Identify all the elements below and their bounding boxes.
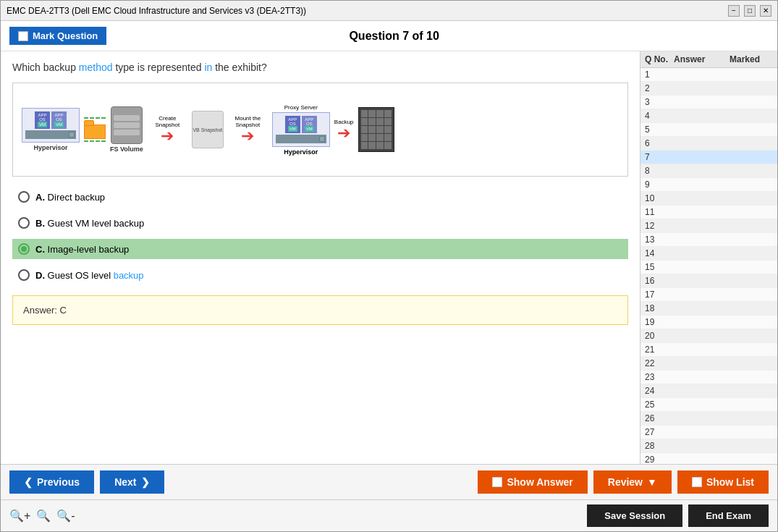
zoom-controls: 🔍+ 🔍 🔍-	[9, 509, 75, 523]
folder-icon-wrapper	[84, 120, 106, 139]
q-row-10[interactable]: 10	[640, 192, 777, 206]
previous-label: Previous	[37, 476, 80, 488]
hypervisor2-box: APP OS VM APP OS VM	[272, 112, 330, 147]
mark-question-button[interactable]: Mark Question	[9, 27, 106, 45]
cyl-top	[114, 115, 140, 121]
hypervisor1-base	[25, 130, 76, 139]
vm-chip-app2: APP OS VM	[51, 111, 67, 129]
option-a-radio[interactable]	[18, 191, 30, 203]
q-row-19[interactable]: 19	[640, 316, 777, 329]
option-a[interactable]: A. Direct backup	[12, 187, 628, 207]
q-row-7[interactable]: 7	[640, 151, 777, 164]
options-list: A. Direct backup B. Guest VM level backu…	[12, 187, 628, 285]
session-controls: Save Session End Exam	[587, 504, 769, 527]
folder-body	[84, 124, 106, 139]
close-button[interactable]: ✕	[760, 5, 771, 17]
vb-snapshot-cyl: VB Snapshot	[192, 111, 224, 148]
diagram: APP OS VM APP OS VM	[19, 101, 622, 159]
show-answer-button[interactable]: Show Answer	[478, 470, 587, 494]
q-row-20[interactable]: 20	[640, 329, 777, 343]
option-b-radio[interactable]	[18, 217, 30, 229]
arrow2-icon: ➔	[241, 128, 254, 144]
q-row-28[interactable]: 28	[640, 439, 777, 453]
q-row-29[interactable]: 29	[640, 453, 777, 464]
minimize-button[interactable]: −	[728, 5, 740, 17]
answer-text: Answer: C	[23, 305, 67, 316]
option-d[interactable]: D. Guest OS level backup	[12, 265, 628, 285]
q-row-13[interactable]: 13	[640, 233, 777, 247]
q-row-1[interactable]: 1	[640, 68, 777, 82]
mark-question-label: Mark Question	[33, 30, 98, 41]
zoom-in-button[interactable]: 🔍+	[9, 509, 30, 523]
q-row-26[interactable]: 26	[640, 412, 777, 426]
q-row-5[interactable]: 5	[640, 123, 777, 137]
next-label: Next	[114, 476, 136, 488]
previous-button[interactable]: ❮ Previous	[9, 470, 94, 494]
q-row-9[interactable]: 9	[640, 178, 777, 192]
q-row-23[interactable]: 23	[640, 371, 777, 384]
question-title: Question 7 of 10	[349, 30, 439, 43]
option-c-radio[interactable]	[18, 243, 30, 255]
folder-block	[84, 120, 106, 139]
q-row-22[interactable]: 22	[640, 357, 777, 371]
q-row-17[interactable]: 17	[640, 288, 777, 302]
q-row-21[interactable]: 21	[640, 343, 777, 357]
bottom-bar2: 🔍+ 🔍 🔍- Save Session End Exam	[1, 499, 777, 531]
tc14	[368, 134, 376, 141]
tc6	[368, 118, 376, 125]
q-row-24[interactable]: 24	[640, 384, 777, 398]
option-c[interactable]: C. Image-level backup	[12, 239, 628, 259]
hypervisor1-block: APP OS VM APP OS VM	[22, 108, 80, 151]
main-window: EMC DEA-2TT3 (Dell EMC Cloud Infrastruct…	[0, 0, 778, 532]
q-row-12[interactable]: 12	[640, 219, 777, 233]
show-list-icon: ✓	[692, 477, 702, 487]
option-d-radio[interactable]	[18, 269, 30, 281]
window-title: EMC DEA-2TT3 (Dell EMC Cloud Infrastruct…	[7, 6, 306, 16]
fs-volume-block: FS Volume	[110, 106, 143, 153]
q-row-16[interactable]: 16	[640, 274, 777, 288]
exhibit-area: APP OS VM APP OS VM	[12, 83, 628, 177]
title-bar: EMC DEA-2TT3 (Dell EMC Cloud Infrastruct…	[1, 1, 777, 21]
tc18	[368, 142, 376, 149]
end-exam-button[interactable]: End Exam	[688, 504, 769, 527]
q-row-11[interactable]: 11	[640, 206, 777, 219]
q-row-15[interactable]: 15	[640, 261, 777, 274]
question-list[interactable]: 1 2 3 4 5 6 7 8 9 10 11 12 13 14 15 16 1…	[640, 68, 777, 464]
question-panel: Which backup method type is represented …	[1, 51, 640, 464]
q-row-2[interactable]: 2	[640, 82, 777, 96]
tc7	[376, 118, 384, 125]
tc4	[384, 110, 392, 117]
vm-row1: APP OS VM APP OS VM	[35, 111, 67, 129]
bottom-bar: ❮ Previous Next ❯ Show Answer Review ▼ ✓…	[1, 464, 777, 499]
cyl-bot	[114, 130, 140, 135]
q-row-3[interactable]: 3	[640, 96, 777, 109]
q-row-25[interactable]: 25	[640, 398, 777, 412]
q-row-8[interactable]: 8	[640, 164, 777, 178]
show-answer-icon	[492, 477, 502, 487]
q-row-27[interactable]: 27	[640, 426, 777, 439]
zoom-fit-button[interactable]: 🔍	[36, 509, 51, 523]
vm2-chip-app2: APP OS VM	[302, 116, 317, 133]
q-row-14[interactable]: 14	[640, 247, 777, 261]
show-list-button[interactable]: ✓ Show List	[677, 470, 769, 494]
q-row-6[interactable]: 6	[640, 137, 777, 151]
option-c-text: C. Image-level backup	[35, 244, 129, 255]
q-row-4[interactable]: 4	[640, 109, 777, 123]
option-b[interactable]: B. Guest VM level backup	[12, 213, 628, 233]
dashed-line-top	[84, 117, 106, 119]
tc12	[384, 126, 392, 133]
toolbar: Mark Question Question 7 of 10	[1, 21, 777, 51]
zoom-out-button[interactable]: 🔍-	[56, 509, 75, 523]
save-session-button[interactable]: Save Session	[587, 504, 682, 527]
proxy-server-label: Proxy Server	[284, 104, 318, 111]
tc17	[361, 142, 368, 149]
q-row-18[interactable]: 18	[640, 302, 777, 316]
review-button[interactable]: Review ▼	[593, 470, 672, 494]
tc11	[376, 126, 384, 133]
maximize-button[interactable]: □	[744, 5, 756, 17]
arrow3-icon: ➔	[337, 125, 350, 141]
next-button[interactable]: Next ❯	[100, 470, 164, 494]
cyl-mid	[114, 122, 140, 128]
hypervisor1-box: APP OS VM APP OS VM	[22, 108, 80, 143]
header-answer: Answer	[674, 54, 730, 64]
